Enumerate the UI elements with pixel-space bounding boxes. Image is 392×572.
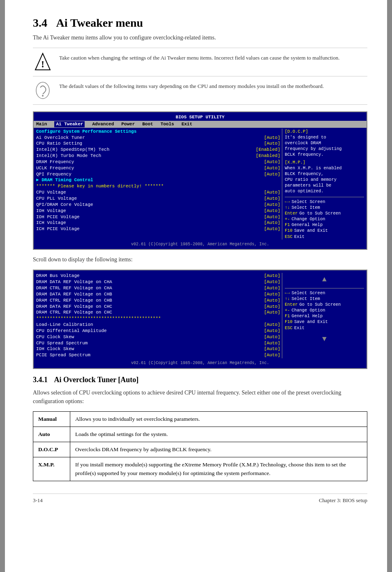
bios-content-1: Configure System Performance Settings Ai…: [34, 128, 367, 240]
option-desc-1: Loads the optimal settings for the syste…: [70, 427, 367, 442]
bios-right-panel-2: ▲ ←→ Select Screen ↑↓ Select Item Enter …: [282, 273, 364, 358]
bios-right-line-3: frequency by adjusting: [285, 146, 364, 152]
footer-left: 3-14: [33, 497, 43, 504]
right-margin-bar: [387, 0, 392, 572]
menu-main: Main: [36, 121, 47, 127]
section-number: 3.4: [33, 16, 47, 29]
bios2-scroll-down: ▼: [285, 332, 364, 346]
bios-left-panel: Configure System Performance Settings Ai…: [36, 129, 280, 240]
bios-warning: ******* Please key in numbers directly! …: [36, 183, 280, 189]
bios2-help-2: Enter Go to Sub Screen: [285, 302, 364, 307]
bios-right-line-4: BCLK frequency.: [285, 152, 364, 157]
bios-help-6: ESC Exit: [285, 234, 364, 240]
bios-voltage-2: QPI/DRAM Core Voltage [Auto]: [36, 202, 280, 208]
subsection-intro: Allows selection of CPU overclocking opt…: [33, 388, 367, 406]
bios-help-0: ←→ Select Screen: [285, 199, 364, 205]
bios2-help-3: +- Change Option: [285, 307, 364, 313]
caution-icon: !: [33, 52, 53, 72]
bios2-scroll-up: ▲: [285, 273, 364, 286]
notice-container: ! Take caution when changing the setting…: [33, 48, 367, 105]
subsection-title-text: Ai Overclock Tuner [Auto]: [54, 376, 139, 384]
option-key-3: X.M.P.: [33, 457, 70, 481]
menu-exit: Exit: [182, 121, 192, 127]
bios2-item-0: DRAM Bus Voltage [Auto]: [36, 273, 280, 279]
subsection-number: 3.4.1: [33, 376, 48, 384]
note-icon: [33, 81, 53, 100]
bios2-item-2: DRAM CTRL REF Voltage on CHA [Auto]: [36, 285, 280, 291]
option-row-2: D.O.C.P Overclocks DRAM frequency by adj…: [33, 442, 367, 457]
bios2-item-6: DRAM CTRL REF Voltage on CHC [Auto]: [36, 309, 280, 316]
bios-help-3: +- Change Option: [285, 216, 364, 222]
bios-menu-bar: Main Ai Tweaker Advanced Power Boot Tool…: [34, 121, 367, 128]
svg-point-3: [42, 95, 44, 97]
bios-help-4: F1 General Help: [285, 222, 364, 228]
bios-right-line-5: [X.M.P.]: [285, 159, 364, 165]
menu-boot: Boot: [142, 121, 153, 127]
bios-right-line-9: parameters will be: [285, 182, 364, 188]
bios-content-2: DRAM Bus Voltage [Auto] DRAM DATA REF Vo…: [34, 272, 367, 359]
bios-voltage-3: IOH Voltage [Auto]: [36, 208, 280, 214]
page-footer: 3-14 Chapter 3: BIOS setup: [33, 494, 367, 504]
bios2-item2-2: CPU Clock Skew [Auto]: [36, 334, 280, 340]
option-row-0: Manual Allows you to individually set ov…: [33, 411, 367, 427]
option-key-1: Auto: [33, 427, 70, 442]
bios-help-2: Enter Go to Sub Screen: [285, 210, 364, 216]
menu-ai-tweaker: Ai Tweaker: [54, 121, 85, 127]
bios-right-line-0: [D.O.C.P]: [285, 129, 364, 134]
bios-voltage-1: CPU PLL Voltage [Auto]: [36, 196, 280, 202]
note-box: The default values of the following item…: [33, 76, 367, 104]
subsection-title: 3.4.1 Ai Overclock Tuner [Auto]: [33, 376, 367, 384]
bios2-help-0: ←→ Select Screen: [285, 290, 364, 296]
bios-title: BIOS SETUP UTILITY: [34, 114, 367, 121]
bios-item-4: DRAM Frequency [Auto]: [36, 159, 280, 165]
bios2-item-1: DRAM DATA REF Voltage on CHA [Auto]: [36, 279, 280, 285]
bios-right-line-8: CPU ratio and memory: [285, 177, 364, 182]
menu-advanced: Advanced: [92, 121, 114, 127]
bios-right-line-7: BLCK frequency,: [285, 171, 364, 177]
bios2-item-3: DRAM DATA REF Voltage on CHB [Auto]: [36, 291, 280, 298]
bios-footer-1: v02.61 (C)Copyright 1985-2008, American …: [34, 241, 367, 248]
bios-voltage-4: IOH PCIE Voltage [Auto]: [36, 214, 280, 220]
options-table: Manual Allows you to individually set ov…: [33, 411, 367, 481]
menu-tools: Tools: [161, 121, 174, 127]
note-text: The default values of the following item…: [59, 81, 324, 90]
caution-box: ! Take caution when changing the setting…: [33, 48, 367, 76]
bios-submenu-dram: ► DRAM Timing Control: [36, 177, 280, 183]
bios-voltage-6: ICH PCIE Voltage [Auto]: [36, 226, 280, 232]
bios-section-header: Configure System Performance Settings: [36, 129, 280, 135]
bios-item-0: Ai Overclock Tuner [Auto]: [36, 135, 280, 141]
bios-right-line-1: It's designed to: [285, 134, 364, 140]
option-key-0: Manual: [33, 411, 70, 427]
bios-right-line-6: When X.M.P. is enabled: [285, 165, 364, 171]
caution-text: Take caution when changing the settings …: [59, 52, 339, 62]
bios2-help-5: F10 Save and Exit: [285, 319, 364, 325]
svg-text:!: !: [41, 59, 44, 69]
bios-item-6: QPI Frequency [Auto]: [36, 171, 280, 178]
bios-item-3: Intel(R) Turbo Mode Tech [Enabled]: [36, 153, 280, 159]
bios-screen-1: BIOS SETUP UTILITY Main Ai Tweaker Advan…: [33, 111, 367, 250]
bios2-item2-1: CPU Differential Amplitude [Auto]: [36, 328, 280, 334]
bios2-help-4: F1 General Help: [285, 313, 364, 319]
menu-power: Power: [121, 121, 135, 127]
left-margin-bar: [0, 0, 5, 572]
option-desc-0: Allows you to individually set overclock…: [70, 411, 367, 427]
bios-help-1: ↑↓ Select Item: [285, 205, 364, 210]
option-row-1: Auto Loads the optimal settings for the …: [33, 427, 367, 442]
option-row-3: X.M.P. If you install memory module(s) s…: [33, 457, 367, 481]
bios-item-1: CPU Ratio Setting [Auto]: [36, 141, 280, 147]
bios-right-panel: [D.O.C.P] It's designed to overclock DRA…: [282, 129, 364, 240]
bios2-item-4: DRAM CTRL REF Voltage on CHB [Auto]: [36, 298, 280, 304]
bios2-help-1: ↑↓ Select Item: [285, 296, 364, 302]
bios2-item2-0: Load-Line Calibration [Auto]: [36, 322, 280, 328]
scroll-text: Scroll down to display the following ite…: [33, 256, 367, 263]
option-desc-3: If you install memory module(s) supporti…: [70, 457, 367, 481]
section-title-text: Ai Tweaker menu: [56, 16, 143, 29]
option-desc-2: Overclocks DRAM frequency by adjusting B…: [70, 442, 367, 457]
bios-item-5: UCLK Frequency [Auto]: [36, 165, 280, 171]
bios-right-line-2: overclock DRAM: [285, 140, 364, 146]
bios-left-panel-2: DRAM Bus Voltage [Auto] DRAM DATA REF Vo…: [36, 273, 280, 358]
bios2-item2-4: IOH Clock Skew [Auto]: [36, 346, 280, 352]
bios-screen-2: DRAM Bus Voltage [Auto] DRAM DATA REF Vo…: [33, 270, 367, 369]
bios-help-5: F10 Save and Exit: [285, 228, 364, 233]
bios-footer-2: v02.61 (C)Copyright 1985-2008, American …: [34, 360, 367, 367]
